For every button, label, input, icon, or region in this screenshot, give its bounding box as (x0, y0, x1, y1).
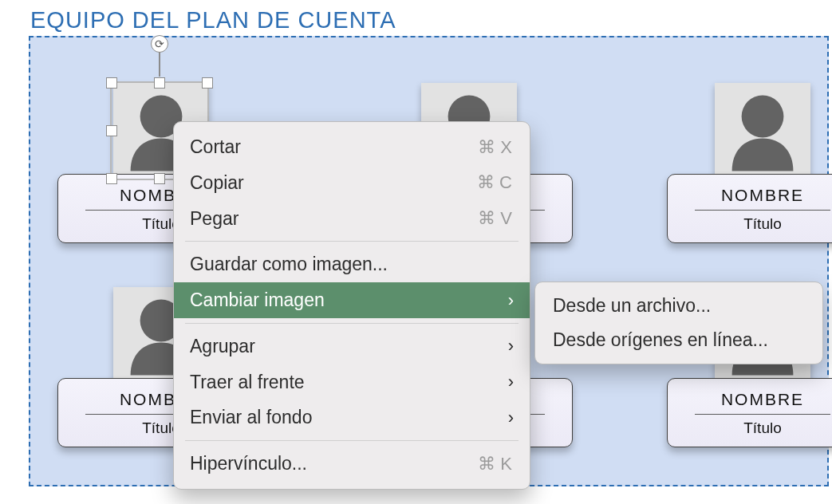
menu-separator (185, 323, 519, 324)
menu-label: Desde un archivo... (553, 295, 711, 316)
submenu-change-image: Desde un archivo... Desde orígenes en lí… (534, 282, 823, 364)
submenu-item-from-online[interactable]: Desde orígenes en línea... (535, 323, 822, 357)
menu-item-copy[interactable]: Copiar ⌘ C (174, 165, 530, 201)
menu-item-change-image[interactable]: Cambiar imagen › (174, 282, 530, 318)
shortcut: ⌘ C (477, 171, 514, 194)
rotation-handle[interactable]: ⟳ (151, 35, 168, 53)
menu-separator (185, 241, 519, 242)
menu-label: Cambiar imagen (190, 289, 325, 312)
resize-handle-ne[interactable] (202, 77, 213, 89)
shortcut-key: V (500, 207, 514, 230)
menu-item-cut[interactable]: Cortar ⌘ X (174, 129, 530, 165)
shortcut: ⌘ X (478, 136, 514, 159)
cmd-icon: ⌘ (478, 136, 497, 159)
menu-label: Traer al frente (190, 371, 305, 394)
divider (695, 210, 830, 211)
shortcut: ⌘ V (478, 207, 514, 230)
submenu-item-from-file[interactable]: Desde un archivo... (535, 289, 822, 323)
name-card: NOMBRE Título (667, 378, 832, 447)
chevron-right-icon: › (508, 407, 514, 429)
cmd-icon: ⌘ (477, 171, 496, 194)
menu-item-save-as-image[interactable]: Guardar como imagen... (174, 246, 530, 282)
context-menu: Cortar ⌘ X Copiar ⌘ C Pegar ⌘ V Guardar … (173, 121, 530, 490)
rotate-icon: ⟳ (155, 37, 164, 50)
chevron-right-icon: › (508, 371, 514, 393)
resize-handle-w[interactable] (106, 125, 117, 136)
avatar-placeholder[interactable] (715, 83, 810, 179)
chevron-right-icon: › (508, 335, 514, 357)
shortcut-key: C (499, 171, 514, 194)
team-tile: NOMBRE Título (667, 83, 832, 243)
name-card: NOMBRE Título (667, 174, 832, 243)
resize-handle-sw[interactable] (106, 173, 117, 184)
menu-item-bring-to-front[interactable]: Traer al frente › (174, 364, 530, 400)
menu-item-group[interactable]: Agrupar › (174, 329, 530, 364)
shortcut-key: X (500, 136, 514, 159)
name-label: NOMBRE (676, 390, 832, 409)
resize-handle-s[interactable] (154, 173, 165, 184)
menu-label: Copiar (190, 171, 244, 195)
svg-point-2 (742, 96, 784, 138)
menu-label: Agrupar (190, 335, 255, 358)
canvas: EQUIPO DEL PLAN DE CUENTA NOMBRE Título … (0, 0, 832, 504)
menu-label: Guardar como imagen... (190, 253, 388, 276)
person-icon (715, 83, 810, 179)
menu-item-send-to-back[interactable]: Enviar al fondo › (174, 400, 530, 435)
menu-item-paste[interactable]: Pegar ⌘ V (174, 201, 530, 237)
menu-label: Hipervínculo... (190, 452, 307, 475)
resize-handle-nw[interactable] (106, 77, 117, 89)
shortcut-key: K (500, 453, 514, 475)
cmd-icon: ⌘ (478, 453, 497, 475)
cmd-icon: ⌘ (478, 207, 497, 230)
menu-label: Cortar (190, 136, 241, 159)
name-label: NOMBRE (676, 186, 832, 205)
rotation-stem (159, 49, 160, 77)
menu-separator (185, 440, 519, 441)
page-title: EQUIPO DEL PLAN DE CUENTA (30, 7, 396, 33)
chevron-right-icon: › (508, 289, 514, 312)
resize-handle-n[interactable] (154, 77, 165, 89)
divider (695, 414, 830, 415)
menu-label: Pegar (190, 207, 239, 230)
menu-label: Desde orígenes en línea... (553, 329, 768, 350)
menu-label: Enviar al fondo (190, 406, 312, 429)
title-label: Título (676, 215, 832, 233)
menu-item-hyperlink[interactable]: Hipervínculo... ⌘ K (174, 446, 530, 482)
title-label: Título (676, 419, 832, 437)
shortcut: ⌘ K (478, 453, 514, 475)
